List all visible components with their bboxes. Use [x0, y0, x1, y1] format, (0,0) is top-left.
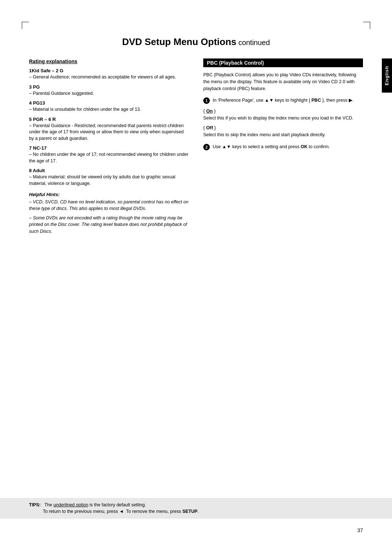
underlined-option-text: underlined option — [53, 502, 88, 507]
title-text: DVD Setup Menu Options — [122, 36, 236, 47]
step-1-number: 1 — [203, 97, 210, 104]
rating-adult-desc: – Mature material; should be viewed only… — [29, 174, 189, 187]
rating-nc17: 7 NC-17 – No children under the age of 1… — [29, 145, 189, 164]
helpful-hints-title: Helpful Hints: — [29, 192, 189, 197]
corner-mark-tr — [363, 22, 370, 29]
rating-pgr6r: 5 PGR – 6 R – Parental Guidance - Restri… — [29, 117, 189, 142]
option-off: { Off } Select this to skip the index me… — [203, 125, 363, 138]
rating-pg13-desc: – Material is unsuitable for children un… — [29, 106, 189, 113]
option-on-label: { On } — [203, 108, 363, 114]
rating-nc17-label: 7 NC-17 — [29, 145, 189, 151]
tips-label: TIPS: — [29, 502, 41, 507]
page-title: DVD Setup Menu Options continued — [0, 15, 392, 48]
helpful-hint-2: – Some DVDs are not encoded with a ratin… — [29, 215, 189, 234]
page-wrapper: DVD Setup Menu Options continued Rating … — [0, 0, 392, 555]
rating-pgr6r-label: 5 PGR – 6 R — [29, 117, 189, 122]
option-on: { On } Select this if you wish to displa… — [203, 108, 363, 121]
option-off-label: { Off } — [203, 125, 363, 130]
step-2-number: 2 — [203, 144, 210, 150]
rating-pg13-label: 4 PG13 — [29, 100, 189, 106]
rating-kid-safe-label: 1Kid Safe – 2 G — [29, 68, 189, 73]
option-off-desc: Select this to skip the index menu and s… — [203, 131, 363, 138]
rating-explanations-heading: Rating explanations — [29, 58, 189, 64]
option-off-text: Off — [206, 125, 213, 130]
right-column: PBC (Playback Control) PBC (Playback Con… — [203, 58, 363, 238]
pbc-intro: PBC (Playback Control) allows you to pla… — [203, 72, 363, 92]
rating-adult-label: 8 Adult — [29, 168, 189, 173]
step-1: 1 In 'Preference Page', use ▲▼ keys to h… — [203, 97, 363, 104]
rating-nc17-desc: – No children under the age of 17; not r… — [29, 151, 189, 164]
rating-adult: 8 Adult – Mature material; should be vie… — [29, 168, 189, 187]
page-number: 37 — [357, 527, 363, 533]
corner-mark-tl — [22, 22, 29, 29]
helpful-hint-1: – VCD, SVCD, CD have no level indication… — [29, 199, 189, 212]
option-on-text: On — [206, 108, 213, 114]
rating-kid-safe: 1Kid Safe – 2 G – General Audience; reco… — [29, 68, 189, 81]
setup-text: SETUP — [183, 509, 198, 514]
left-column: Rating explanations 1Kid Safe – 2 G – Ge… — [29, 58, 189, 238]
content-area: Rating explanations 1Kid Safe – 2 G – Ge… — [0, 58, 392, 238]
rating-pg13: 4 PG13 – Material is unsuitable for chil… — [29, 100, 189, 113]
step-2: 2 Use ▲▼ keys to select a setting and pr… — [203, 143, 363, 150]
english-tab: English — [382, 58, 392, 93]
pbc-heading: PBC (Playback Control) — [203, 58, 363, 67]
rating-kid-safe-desc: – General Audience; recommended as accep… — [29, 74, 189, 81]
step-2-content: Use ▲▼ keys to select a setting and pres… — [213, 143, 330, 150]
rating-pg-desc: – Parental Guidance suggested. — [29, 90, 189, 97]
rating-pg-label: 3 PG — [29, 84, 189, 90]
helpful-hints: Helpful Hints: – VCD, SVCD, CD have no l… — [29, 192, 189, 235]
rating-pgr6r-desc: – Parental Guidance - Restricted; recomm… — [29, 123, 189, 142]
tips-bar: TIPS: The underlined option is the facto… — [0, 498, 392, 519]
option-on-desc: Select this if you wish to display the i… — [203, 115, 363, 121]
rating-pg: 3 PG – Parental Guidance suggested. — [29, 84, 189, 97]
title-continued: continued — [236, 39, 270, 46]
step-1-content: In 'Preference Page', use ▲▼ keys to hig… — [213, 97, 354, 104]
